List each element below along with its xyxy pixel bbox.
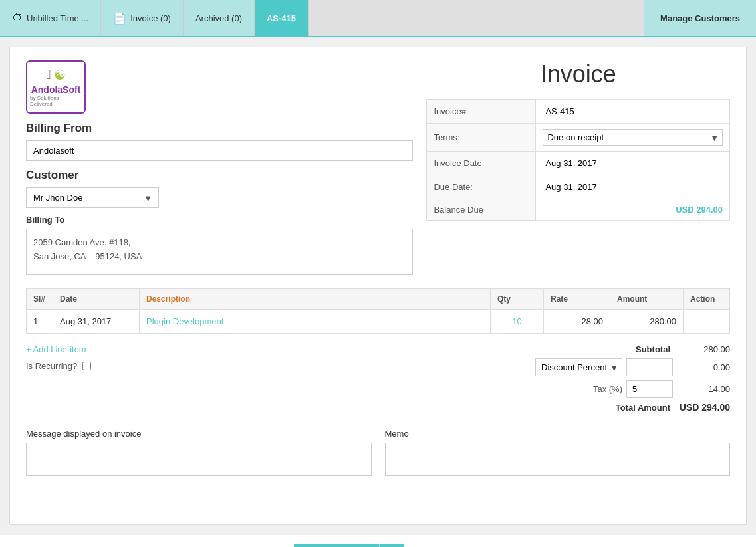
- col-qty: Qty: [491, 289, 544, 310]
- items-table: Sl# Date Description Qty Rate Amount Act…: [26, 288, 730, 334]
- left-controls: + Add Line-item Is Recurring?: [26, 344, 413, 417]
- tab-as415[interactable]: AS-415: [255, 0, 309, 36]
- invoice-date-input[interactable]: [543, 157, 723, 169]
- row-amount: 280.00: [610, 310, 684, 334]
- invoice-icon: 📄: [113, 12, 126, 25]
- recurring-checkbox[interactable]: [82, 362, 91, 370]
- discount-type-select[interactable]: Discount Percent Discount Amount: [535, 358, 622, 376]
- tab-invoice-label: Invoice (0): [130, 13, 171, 23]
- tax-value-input[interactable]: [626, 380, 673, 398]
- customer-select[interactable]: Mr Jhon Doe: [26, 187, 159, 208]
- top-tabs-bar: ⏱ Unbilled Time ... 📄 Invoice (0) Archiv…: [0, 0, 756, 37]
- invoice-terms-label: Terms:: [427, 124, 536, 152]
- recurring-row: Is Recurring?: [26, 361, 413, 371]
- row-qty: 10: [491, 310, 544, 334]
- apple-icon: : [46, 67, 51, 83]
- unbilled-icon: ⏱: [12, 12, 23, 24]
- customer-label: Customer: [26, 169, 413, 182]
- save-send-wrap: Save & Send ▼: [294, 544, 405, 547]
- line-items-section: Sl# Date Description Qty Rate Amount Act…: [26, 288, 730, 334]
- billing-to-label: Billing To: [26, 215, 413, 225]
- save-send-button[interactable]: Save & Send: [294, 544, 380, 547]
- memo-block: Memo: [385, 429, 731, 478]
- invoice-date-row: Invoice Date:: [427, 152, 730, 175]
- tab-archived-label: Archived (0): [195, 13, 242, 23]
- discount-value-input[interactable]: [626, 358, 673, 376]
- col-date: Date: [53, 289, 140, 310]
- add-line-item-link[interactable]: + Add Line-item: [26, 344, 86, 354]
- discount-row: Discount Percent Discount Amount ▼ 0.00: [426, 358, 730, 376]
- invoice-number-row: Invoice#:: [427, 100, 730, 124]
- save-send-dropdown-button[interactable]: ▼: [379, 544, 404, 547]
- tab-archived[interactable]: Archived (0): [184, 0, 255, 36]
- terms-select[interactable]: Due on receipt Net 15 Net 30 Net 60: [543, 129, 723, 146]
- message-textarea[interactable]: [26, 443, 372, 476]
- invoice-number-input[interactable]: [543, 105, 723, 118]
- logo-area:  ☯ AndolaSoft by Solutions Delivered: [26, 60, 413, 114]
- items-table-header: Sl# Date Description Qty Rate Amount Act…: [27, 289, 730, 310]
- row-sl: 1: [27, 310, 53, 334]
- invoice-due-date-input[interactable]: [543, 181, 723, 193]
- logo-icons:  ☯: [46, 67, 65, 83]
- billing-from-label: Billing From: [26, 122, 413, 135]
- tab-unbilled-label: Unbilled Time ...: [27, 13, 88, 23]
- invoice-balance-label: Balance Due: [427, 199, 536, 221]
- row-date: Aug 31, 2017: [53, 310, 140, 334]
- logo-sub: by Solutions Delivered: [30, 95, 82, 107]
- row-rate: 28.00: [544, 310, 610, 334]
- billing-address-line2: San Jose, CA – 95124, USA: [33, 251, 142, 261]
- memo-label: Memo: [385, 429, 731, 439]
- company-name-input[interactable]: [26, 140, 413, 161]
- tab-as415-label: AS-415: [267, 13, 296, 23]
- row-action: [684, 310, 730, 334]
- tax-row: Tax (%) 14.00: [426, 380, 730, 398]
- billing-address-box: 2059 Camden Ave. #118, San Jose, CA – 95…: [26, 229, 413, 275]
- row-description: Plugin Development: [140, 310, 491, 334]
- top-section:  ☯ AndolaSoft by Solutions Delivered Bi…: [26, 60, 730, 275]
- billing-section:  ☯ AndolaSoft by Solutions Delivered Bi…: [26, 60, 413, 275]
- invoice-due-date-label: Due Date:: [427, 175, 536, 199]
- subtotal-label: Subtotal: [604, 344, 670, 354]
- company-logo:  ☯ AndolaSoft by Solutions Delivered: [26, 60, 86, 114]
- subtotal-value: 280.00: [677, 344, 730, 354]
- invoice-title: Invoice: [426, 60, 730, 88]
- tab-invoice[interactable]: 📄 Invoice (0): [101, 0, 184, 36]
- subtotal-row: Subtotal 280.00: [426, 344, 730, 354]
- invoice-number-label: Invoice#:: [427, 100, 536, 124]
- items-table-body: 1 Aug 31, 2017 Plugin Development 10 28.…: [27, 310, 730, 334]
- message-memo-section: Message displayed on invoice Memo: [26, 429, 730, 478]
- invoice-terms-row: Terms: Due on receipt Net 15 Net 30 Net …: [427, 124, 730, 152]
- discount-select-wrap: Discount Percent Discount Amount ▼: [535, 358, 622, 376]
- cancel-button[interactable]: Cancel: [428, 544, 463, 547]
- col-action: Action: [684, 289, 730, 310]
- invoice-due-date-row: Due Date:: [427, 175, 730, 199]
- discount-amount-value: 0.00: [677, 362, 730, 372]
- col-amount: Amount: [610, 289, 684, 310]
- android-icon: ☯: [54, 67, 66, 83]
- invoice-details-table: Invoice#: Terms: Due on receipt Net 15 N…: [426, 99, 730, 221]
- manage-customers-button[interactable]: Manage Customers: [644, 0, 756, 36]
- recurring-label: Is Recurring?: [26, 361, 77, 371]
- right-controls: Subtotal 280.00 Discount Percent Discoun…: [426, 344, 730, 417]
- bottom-controls: + Add Line-item Is Recurring? Subtotal 2…: [26, 344, 730, 417]
- terms-select-wrap: Due on receipt Net 15 Net 30 Net 60 ▼: [543, 129, 723, 146]
- main-content:  ☯ AndolaSoft by Solutions Delivered Bi…: [9, 47, 747, 525]
- logo-text: AndolaSoft: [31, 84, 81, 95]
- footer-bar: Save & Send ▼ or Cancel Preview & Print: [0, 534, 756, 547]
- total-label: Total Amount: [616, 403, 670, 413]
- table-row: 1 Aug 31, 2017 Plugin Development 10 28.…: [27, 310, 730, 334]
- billing-address-line1: 2059 Camden Ave. #118,: [33, 237, 131, 247]
- col-sl: Sl#: [27, 289, 53, 310]
- invoice-date-label: Invoice Date:: [427, 152, 536, 175]
- total-value: USD 294.00: [677, 402, 730, 413]
- total-row: Total Amount USD 294.00: [426, 402, 730, 413]
- col-rate: Rate: [544, 289, 610, 310]
- tax-amount-value: 14.00: [677, 384, 730, 394]
- invoice-balance-row: Balance Due USD 294.00: [427, 199, 730, 221]
- memo-textarea[interactable]: [385, 443, 731, 476]
- col-description: Description: [140, 289, 491, 310]
- tab-unbilled[interactable]: ⏱ Unbilled Time ...: [0, 0, 101, 36]
- tax-label: Tax (%): [593, 384, 622, 394]
- message-block: Message displayed on invoice: [26, 429, 372, 478]
- invoice-section: Invoice Invoice#: Terms: Due on receipt …: [426, 60, 730, 275]
